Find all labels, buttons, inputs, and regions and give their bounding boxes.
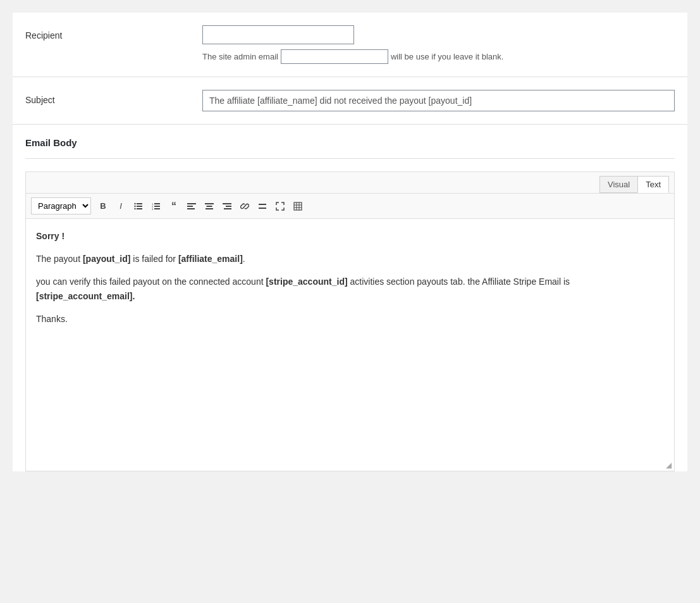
- editor-container: Visual Text Paragraph Heading 1 Heading …: [25, 171, 675, 471]
- hint-after: will be use if you leave it blank.: [391, 52, 503, 61]
- line2-before: you can verify this failed payout on the…: [36, 277, 266, 287]
- align-right-button[interactable]: [219, 198, 235, 214]
- ordered-list-button[interactable]: 1. 2. 3.: [148, 198, 164, 214]
- svg-rect-17: [206, 208, 213, 209]
- svg-rect-19: [226, 206, 231, 207]
- tab-text[interactable]: Text: [637, 176, 669, 193]
- svg-rect-20: [224, 208, 231, 209]
- link-button[interactable]: [236, 198, 253, 214]
- editor-toolbar: Paragraph Heading 1 Heading 2 Heading 3 …: [26, 194, 674, 219]
- editor-tabs: Visual Text: [26, 172, 674, 194]
- body-line-1: The payout [payout_id] is failed for [af…: [36, 252, 664, 267]
- recipient-hint: The site admin email will be use if you …: [202, 49, 675, 64]
- subject-row: Subject: [13, 77, 687, 125]
- line1-after: .: [243, 254, 245, 264]
- svg-rect-24: [294, 202, 302, 210]
- expand-button[interactable]: [272, 198, 288, 214]
- table-button[interactable]: [290, 198, 306, 214]
- thanks-text: Thanks.: [36, 312, 664, 327]
- recipient-input[interactable]: [202, 25, 354, 44]
- recipient-row: Recipient The site admin email will be u…: [13, 13, 687, 77]
- editor-resize-handle[interactable]: ◢: [26, 459, 674, 471]
- svg-rect-22: [259, 204, 266, 205]
- svg-rect-13: [187, 206, 193, 207]
- sorry-text: Sorry !: [36, 231, 64, 241]
- horizontal-rule-button[interactable]: [254, 198, 271, 214]
- email-body-title: Email Body: [25, 137, 675, 148]
- tab-visual[interactable]: Visual: [599, 176, 637, 193]
- editor-content[interactable]: Sorry ! The payout [payout_id] is failed…: [26, 219, 674, 459]
- line1-middle: is failed for: [130, 254, 178, 264]
- line2-tag1: [stripe_account_id]: [266, 277, 347, 287]
- email-body-section: Email Body Visual Text Paragraph Heading…: [13, 125, 687, 471]
- subject-input[interactable]: [202, 90, 675, 111]
- italic-button[interactable]: I: [113, 198, 129, 214]
- bold-button[interactable]: B: [95, 198, 111, 214]
- email-body-divider: [25, 158, 675, 159]
- svg-rect-12: [187, 203, 196, 204]
- recipient-field: The site admin email will be use if you …: [202, 25, 675, 64]
- svg-rect-7: [154, 206, 160, 207]
- align-center-button[interactable]: [201, 198, 218, 214]
- admin-email-input[interactable]: [281, 49, 388, 64]
- svg-rect-16: [207, 206, 212, 207]
- svg-rect-0: [137, 203, 142, 204]
- svg-rect-1: [137, 206, 142, 207]
- unordered-list-button[interactable]: [130, 198, 147, 214]
- paragraph-select[interactable]: Paragraph Heading 1 Heading 2 Heading 3: [31, 197, 91, 214]
- recipient-label: Recipient: [25, 25, 202, 40]
- line1-before: The payout: [36, 254, 83, 264]
- svg-text:3.: 3.: [152, 207, 154, 210]
- hint-before: The site admin email: [202, 52, 278, 61]
- blockquote-button[interactable]: “: [166, 198, 182, 214]
- svg-rect-8: [154, 208, 160, 209]
- line2-middle: activities section payouts tab. the Affi…: [348, 277, 570, 287]
- align-left-button[interactable]: [183, 198, 200, 214]
- subject-field: [202, 90, 675, 111]
- svg-point-4: [134, 205, 135, 206]
- line1-tag1: [payout_id]: [83, 254, 130, 264]
- line1-tag2: [affiliate_email]: [178, 254, 243, 264]
- svg-rect-14: [187, 208, 195, 209]
- svg-rect-2: [137, 208, 142, 209]
- body-line-2: you can verify this failed payout on the…: [36, 275, 664, 305]
- page-container: Recipient The site admin email will be u…: [13, 13, 687, 471]
- svg-line-21: [243, 205, 246, 208]
- line2-tag2: [stripe_account_email].: [36, 291, 135, 301]
- svg-rect-18: [223, 203, 231, 204]
- svg-rect-23: [259, 208, 266, 209]
- svg-point-5: [134, 208, 135, 209]
- svg-rect-15: [205, 203, 214, 204]
- svg-rect-6: [154, 203, 160, 204]
- svg-point-3: [134, 202, 135, 204]
- subject-label: Subject: [25, 90, 202, 105]
